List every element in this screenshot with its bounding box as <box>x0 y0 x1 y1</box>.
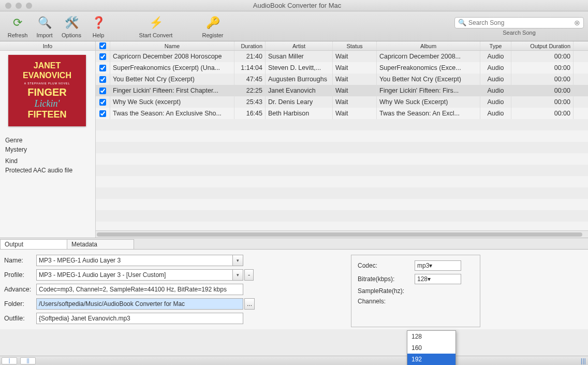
caret-icon: ▾ <box>429 262 438 269</box>
codec-select[interactable]: mp3▾ <box>415 260 461 271</box>
row-check[interactable] <box>96 108 110 119</box>
search-field[interactable]: 🔍 ⊗ <box>454 17 584 28</box>
folder-input[interactable]: /Users/softpedia/Music/AudioBook Convert… <box>36 298 243 310</box>
convert-icon: ⚡ <box>148 14 164 31</box>
row-album: Twas the Season: An Excl... <box>377 108 480 119</box>
cover-line2: Lickin' <box>35 98 60 110</box>
table-row[interactable]: Why We Suck (excerpt)25:43Dr. Denis Lear… <box>96 96 588 108</box>
output-tabs: Output Metadata <box>0 238 588 250</box>
outfile-input[interactable]: {Softpedia} Janet Evanovich.mp3 <box>36 313 243 324</box>
horizontal-scrollbar[interactable] <box>96 230 588 238</box>
table-row[interactable]: SuperFreakonomics (Excerpt) (Una...1:14:… <box>96 62 588 74</box>
row-status: Wait <box>333 108 377 119</box>
header-check[interactable] <box>96 41 110 50</box>
table-row[interactable]: Capricorn December 2008 Horoscope21:40Su… <box>96 51 588 62</box>
row-check[interactable] <box>96 96 110 108</box>
header-output-duration[interactable]: Output Duration <box>511 41 574 50</box>
help-button[interactable]: ❓Help <box>85 14 112 38</box>
row-status: Wait <box>333 62 377 74</box>
row-check[interactable] <box>96 74 110 85</box>
table-row[interactable]: Finger Lickin' Fifteen: First Chapter...… <box>96 85 588 96</box>
row-duration: 25:43 <box>234 96 266 108</box>
bitrate-option[interactable]: 192 <box>407 354 455 365</box>
outfile-value: {Softpedia} Janet Evanovich.mp3 <box>39 315 130 322</box>
options-button[interactable]: 🛠️Options <box>58 14 85 38</box>
row-artist: Janet Evanovich <box>266 85 333 96</box>
start-convert-label: Start Convert <box>139 32 173 38</box>
output-panel: Name: MP3 - MPEG-1 Audio Layer 3▾ Profil… <box>0 250 588 329</box>
status-btn-left1[interactable]: | <box>2 357 17 364</box>
cover-author: JANET EVANOVICH <box>8 61 86 80</box>
row-status: Wait <box>333 96 377 108</box>
header-type[interactable]: Type <box>480 41 511 50</box>
cover-line3: FIFTEEN <box>28 109 67 121</box>
row-output-duration: 00:00 <box>511 85 574 96</box>
header-artist[interactable]: Artist <box>266 41 333 50</box>
row-album: Finger Lickin' Fifteen: Firs... <box>377 85 480 96</box>
header-status[interactable]: Status <box>333 41 377 50</box>
row-name: You Better Not Cry (Excerpt) <box>110 74 234 85</box>
name-select[interactable]: MP3 - MPEG-1 Audio Layer 3▾ <box>36 255 243 266</box>
header-album[interactable]: Album <box>377 41 480 50</box>
options-label: Options <box>62 32 81 38</box>
status-btn-right[interactable]: ||| <box>581 357 586 364</box>
row-album: Why We Suck (Excerpt) <box>377 96 480 108</box>
samplerate-label: SampleRate(hz): <box>358 287 415 295</box>
row-type: Audio <box>480 85 511 96</box>
table-row[interactable]: You Better Not Cry (Excerpt)47:45Auguste… <box>96 74 588 85</box>
row-album: Capricorn December 2008... <box>377 51 480 62</box>
clear-icon[interactable]: ⊗ <box>574 19 580 27</box>
row-check[interactable] <box>96 62 110 74</box>
row-artist: Steven D. Levitt,... <box>266 62 333 74</box>
profile-minus-button[interactable]: - <box>244 269 254 281</box>
magnify-icon: 🔍 <box>458 19 466 26</box>
advance-label: Advance: <box>4 286 36 293</box>
caret-icon: ▾ <box>232 255 243 266</box>
profile-value: MP3 - MPEG-1 Audio Layer 3 - [User Custo… <box>39 271 166 279</box>
row-check[interactable] <box>96 51 110 62</box>
bitrate-dropdown[interactable]: 128160192224256 <box>407 330 456 365</box>
help-icon: ❓ <box>90 14 107 31</box>
start-convert-button[interactable]: ⚡Start Convert <box>133 14 179 38</box>
profile-select[interactable]: MP3 - MPEG-1 Audio Layer 3 - [User Custo… <box>36 269 243 281</box>
refresh-button[interactable]: ⟳Refresh <box>4 14 31 38</box>
table-body[interactable]: Capricorn December 2008 Horoscope21:40Su… <box>96 51 588 230</box>
folder-browse-button[interactable]: ... <box>244 298 255 310</box>
row-check[interactable] <box>96 85 110 96</box>
outfile-label: Outfile: <box>4 315 36 322</box>
header-name[interactable]: Name <box>110 41 234 50</box>
titlebar: AudioBook Converter for Mac <box>0 0 588 11</box>
search-label: Search Song <box>503 30 536 36</box>
codec-panel: Codec: mp3▾ Bitrate(kbps): 128▾ 12816019… <box>351 255 480 327</box>
toolbar: ⟳Refresh 🔍Import 🛠️Options ❓Help ⚡Start … <box>0 11 588 41</box>
row-output-duration: 00:00 <box>511 51 574 62</box>
row-duration: 16:45 <box>234 108 266 119</box>
row-type: Audio <box>480 62 511 74</box>
status-btn-left2[interactable]: || <box>20 357 36 364</box>
row-output-duration: 00:00 <box>511 62 574 74</box>
row-status: Wait <box>333 85 377 96</box>
tab-metadata[interactable]: Metadata <box>67 239 134 249</box>
table-row[interactable]: Twas the Season: An Exclusive Sho...16:4… <box>96 108 588 119</box>
search-input[interactable] <box>468 19 574 26</box>
bitrate-select[interactable]: 128▾ 128160192224256 <box>415 274 461 284</box>
tools-icon: 🛠️ <box>63 14 80 31</box>
codec-label: Codec: <box>358 262 415 269</box>
bitrate-option[interactable]: 160 <box>407 342 455 354</box>
advance-input[interactable]: Codec=mp3, Channel=2, SampleRate=44100 H… <box>36 284 243 295</box>
bitrate-label: Bitrate(kbps): <box>358 275 415 283</box>
cover-line1: FINGER <box>27 86 67 98</box>
row-artist: Augusten Burroughs <box>266 74 333 85</box>
caret-icon: ▾ <box>428 275 437 283</box>
window-title: AudioBook Converter for Mac <box>6 2 588 9</box>
header-duration[interactable]: Duration <box>234 41 266 50</box>
row-artist: Beth Harbison <box>266 108 333 119</box>
import-button[interactable]: 🔍Import <box>31 14 58 38</box>
genre-value: Mystery <box>5 145 90 154</box>
row-output-duration: 00:00 <box>511 108 574 119</box>
register-button[interactable]: 🔑Register <box>189 14 236 38</box>
tab-output[interactable]: Output <box>0 239 67 249</box>
kind-label: Kind <box>5 156 90 166</box>
bitrate-option[interactable]: 128 <box>407 331 455 342</box>
row-type: Audio <box>480 96 511 108</box>
